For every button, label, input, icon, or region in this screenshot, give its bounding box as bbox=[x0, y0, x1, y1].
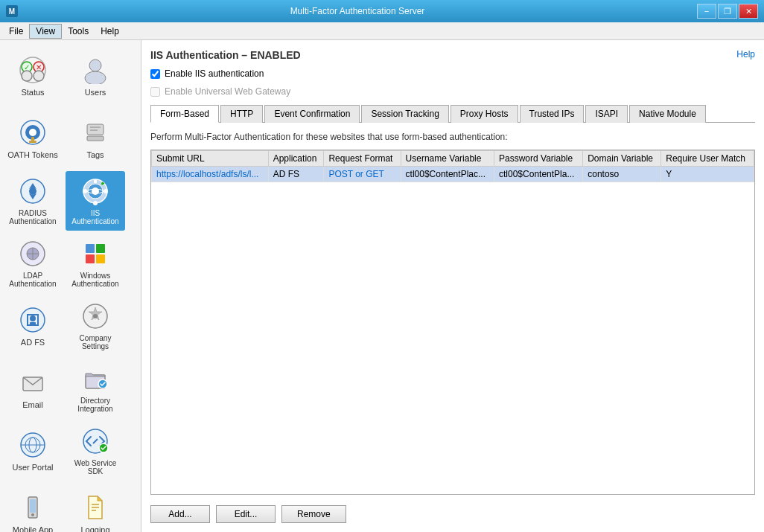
sidebar-item-logging-label: Logging bbox=[80, 525, 109, 532]
sidebar-item-iis[interactable]: IIS Authentication bbox=[66, 171, 125, 231]
enable-iis-checkbox[interactable] bbox=[150, 69, 160, 79]
tab-proxy-hosts[interactable]: Proxy Hosts bbox=[451, 105, 518, 123]
edit-button[interactable]: Edit... bbox=[216, 505, 276, 523]
sidebar-item-tags-label: Tags bbox=[86, 150, 104, 159]
sidebar-item-email-label: Email bbox=[22, 400, 43, 409]
table-cell: Y bbox=[661, 167, 754, 182]
title-bar-title: Multi-Factor Authentication Server bbox=[18, 6, 697, 16]
users-icon bbox=[80, 55, 110, 85]
tab-native-module[interactable]: Native Module bbox=[629, 105, 706, 123]
sidebar-item-mobile[interactable]: Mobile App bbox=[3, 484, 63, 532]
svg-point-19 bbox=[29, 188, 36, 195]
remove-button[interactable]: Remove bbox=[281, 505, 346, 523]
sidebar-item-oath[interactable]: OATH Tokens bbox=[3, 109, 63, 168]
col-request-format: Request Format bbox=[324, 151, 401, 167]
tab-description: Perform Multi-Factor Authentication for … bbox=[150, 132, 755, 142]
sidebar-item-portal[interactable]: User Portal bbox=[3, 421, 63, 481]
svg-point-11 bbox=[29, 129, 36, 136]
content-header: IIS Authentication – ENABLED Help bbox=[150, 49, 755, 61]
svg-rect-34 bbox=[96, 254, 105, 263]
main-container: ✓ ✕ Status Users bbox=[0, 40, 764, 532]
adfs-icon bbox=[18, 305, 48, 335]
menu-help[interactable]: Help bbox=[95, 25, 125, 38]
menu-bar: File View Tools Help bbox=[0, 22, 764, 40]
iis-icon bbox=[80, 176, 110, 206]
menu-file[interactable]: File bbox=[3, 25, 29, 38]
tab-http[interactable]: HTTP bbox=[220, 105, 263, 123]
sidebar-item-windows[interactable]: Windows Authentication bbox=[66, 234, 125, 293]
help-link[interactable]: Help bbox=[736, 49, 755, 60]
sidebar-item-ldap[interactable]: LDAP Authentication bbox=[3, 234, 63, 293]
logging-icon bbox=[80, 493, 110, 522]
sidebar-item-company[interactable]: Company Settings bbox=[66, 296, 125, 356]
sidebar-item-logging[interactable]: Logging bbox=[66, 484, 125, 532]
sidebar-item-mobile-label: Mobile App bbox=[13, 525, 53, 532]
tab-session-tracking[interactable]: Session Tracking bbox=[361, 105, 448, 123]
col-application: Application bbox=[268, 151, 324, 167]
close-button[interactable]: ✕ bbox=[739, 4, 758, 19]
add-button[interactable]: Add... bbox=[150, 505, 210, 523]
sdk-icon bbox=[80, 426, 110, 456]
enable-gateway-checkbox[interactable] bbox=[150, 87, 160, 97]
table-cell: https://localhost/adfs/ls/l... bbox=[152, 167, 269, 182]
sidebar-item-radius[interactable]: RADIUS Authentication bbox=[3, 171, 63, 231]
svg-rect-15 bbox=[87, 136, 104, 141]
tab-form-based[interactable]: Form-Based bbox=[150, 105, 219, 123]
app-icon: M bbox=[6, 5, 18, 17]
svg-point-8 bbox=[85, 71, 106, 84]
content-area: IIS Authentication – ENABLED Help Enable… bbox=[141, 40, 764, 532]
sidebar-item-sdk[interactable]: Web Service SDK bbox=[66, 421, 125, 481]
sidebar-item-users-label: Users bbox=[85, 88, 106, 97]
enable-gateway-label: Enable Universal Web Gateway bbox=[165, 86, 290, 97]
sidebar-item-tags[interactable]: Tags bbox=[66, 109, 125, 168]
table-cell: contoso bbox=[583, 167, 661, 182]
oath-icon bbox=[18, 118, 48, 147]
tab-event-confirmation[interactable]: Event Confirmation bbox=[264, 105, 360, 123]
col-password-variable: Password Variable bbox=[494, 151, 583, 167]
menu-view[interactable]: View bbox=[29, 24, 62, 39]
sidebar-item-company-label: Company Settings bbox=[69, 334, 122, 350]
company-icon bbox=[80, 301, 110, 331]
sidebar-item-email[interactable]: Email bbox=[3, 359, 63, 418]
sidebar-item-portal-label: User Portal bbox=[12, 463, 53, 472]
radius-icon bbox=[18, 176, 48, 206]
sidebar-item-status-label: Status bbox=[21, 88, 44, 97]
title-bar-left: M bbox=[6, 5, 18, 17]
dir-icon bbox=[80, 364, 110, 394]
sidebar-item-adfs[interactable]: AD FS bbox=[3, 296, 63, 356]
sidebar-item-dir[interactable]: Directory Integration bbox=[66, 359, 125, 418]
table-row[interactable]: https://localhost/adfs/ls/l...AD FSPOST … bbox=[152, 167, 754, 182]
mobile-icon bbox=[18, 493, 48, 522]
menu-tools[interactable]: Tools bbox=[62, 25, 95, 38]
restore-button[interactable]: ❐ bbox=[718, 4, 737, 19]
tab-bar: Form-Based HTTP Event Confirmation Sessi… bbox=[150, 104, 755, 123]
ldap-icon bbox=[18, 239, 48, 269]
windows-icon bbox=[80, 239, 110, 269]
email-icon bbox=[18, 368, 48, 397]
svg-point-6 bbox=[34, 71, 44, 81]
svg-rect-23 bbox=[94, 179, 97, 183]
status-icon: ✓ ✕ bbox=[18, 55, 48, 85]
svg-point-5 bbox=[22, 71, 32, 81]
enable-iis-row: Enable IIS authentication bbox=[150, 68, 755, 79]
table-cell: ctl00$ContentPlac... bbox=[401, 167, 494, 182]
sidebar-item-adfs-label: AD FS bbox=[21, 338, 45, 347]
tab-isapi[interactable]: ISAPI bbox=[585, 105, 628, 123]
svg-rect-31 bbox=[86, 244, 95, 253]
sidebar-item-dir-label: Directory Integration bbox=[69, 397, 122, 413]
sidebar-item-radius-label: RADIUS Authentication bbox=[6, 209, 60, 225]
tab-trusted-ips[interactable]: Trusted IPs bbox=[520, 105, 585, 123]
table-container: Submit URL Application Request Format Us… bbox=[150, 150, 755, 495]
svg-point-7 bbox=[89, 60, 101, 71]
svg-rect-37 bbox=[30, 322, 36, 326]
minimize-button[interactable]: − bbox=[697, 4, 716, 19]
button-row: Add... Edit... Remove bbox=[150, 505, 755, 523]
sidebar-item-users[interactable]: Users bbox=[66, 46, 125, 106]
sidebar-item-iis-label: IIS Authentication bbox=[69, 209, 122, 225]
table-cell: ctl00$ContentPla... bbox=[494, 167, 583, 182]
form-based-table: Submit URL Application Request Format Us… bbox=[151, 150, 754, 182]
title-bar: M Multi-Factor Authentication Server − ❐… bbox=[0, 0, 764, 22]
sidebar-item-status[interactable]: ✓ ✕ Status bbox=[3, 46, 63, 106]
title-bar-controls: − ❐ ✕ bbox=[697, 4, 758, 19]
col-username-variable: Username Variable bbox=[401, 151, 494, 167]
